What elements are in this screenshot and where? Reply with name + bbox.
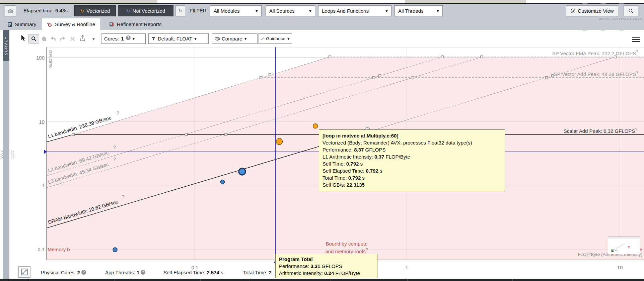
snapshot-button[interactable] [5,5,16,16]
refinement-reports-icon [109,22,114,27]
cores-help-icon[interactable]: ? [126,35,131,40]
l3-help-icon[interactable]: ? [113,157,116,162]
help-icon[interactable]: ? [636,70,638,75]
divider [512,279,513,281]
loop-tooltip-title: [loop in matvec at Multiply.c:60] [323,132,501,139]
filter-modules-dropdown[interactable]: All Modules ▼ [210,5,262,16]
vectorized-filter-button[interactable]: ↻ Vectorized [74,5,116,16]
compare-label: Compare [222,36,242,41]
divider [200,279,201,281]
tab-survey-roofline-label: Survey & Roofline [55,21,95,27]
select-cursor-tool[interactable] [21,35,26,41]
clear-loop-filter-button[interactable]: ↻ [175,5,185,16]
filter-modules-value: All Modules [214,8,240,14]
chevron-down-icon: ▼ [385,9,388,13]
memory-bound-annotation: Memory b [48,247,70,252]
elapsed-time-label: Elapsed time: 6.43s [23,8,68,13]
export-icon[interactable] [80,35,86,41]
program-total-title: Program Total [279,256,374,263]
guidance-label: Guidance [266,36,285,41]
survey-side-rail [3,30,9,279]
chevron-down-icon: ▼ [133,37,135,40]
cancel-icon[interactable] [70,37,75,41]
physical-cores-status: Physical Cores: 2 ? [41,270,86,276]
roofline-point-loop[interactable] [221,180,225,184]
loop-tooltip-row: Total Time: 0.792 s [323,174,501,181]
customize-view-label: Customize View [578,8,614,14]
chart-menu-hamburger-icon[interactable] [632,37,640,42]
loop-tooltip-row: Self Time: 0.792 s [323,160,501,167]
redo-icon[interactable] [60,36,66,41]
tab-summary-label: Summary [15,21,36,27]
survey-rail-label: SURVEY [4,36,8,55]
guidance-wand-icon [261,36,264,41]
minimap-thumbnail [608,237,640,254]
chevron-down-icon: ▼ [194,37,197,40]
pan-hand-tool[interactable] [42,35,47,41]
cores-dropdown[interactable]: Cores: 1 ? ▼ [101,33,146,44]
tab-summary[interactable]: Summary [3,18,41,30]
y-tick-01: 0.1 [33,247,45,252]
not-vectorized-filter-button[interactable]: ↻ Not Vectorized [118,5,173,16]
roofline-point-selected-loop[interactable] [239,168,245,175]
l2-help-icon[interactable]: ? [113,145,116,150]
program-total-tooltip: Program Total Performance: 3.31 GFLOPS A… [275,254,377,278]
program-total-row: Performance: 3.31 GFLOPS [279,263,374,270]
tab-survey-roofline[interactable]: Survey & Roofline [42,18,100,30]
compare-scales-icon [215,36,220,41]
not-vectorized-loop-icon: ↻ [126,8,130,14]
help-icon[interactable]: ? [81,270,86,275]
dram-help-icon[interactable]: ? [122,194,125,199]
help-icon[interactable]: ? [635,127,637,132]
chart-splitter-grip[interactable] [11,150,14,160]
sp-vector-fma-peak-label: SP Vector FMA Peak: 102.2 GFLOPS? [498,50,638,56]
minimap[interactable] [608,237,640,254]
loop-tooltip: [loop in matvec at Multiply.c:60] Vector… [319,129,505,191]
roofline-point-loop[interactable] [276,138,282,145]
filter-scope-value: Loops And Functions [322,8,369,14]
filter-scope-dropdown[interactable]: Loops And Functions ▼ [318,5,391,16]
loop-tooltip-row: Self GB/s: 22.3135 [323,181,501,188]
divider [330,279,331,281]
program-total-row: Arithmetic Intensity: 0.24 FLOP/Byte [279,270,374,277]
tab-refinement-reports[interactable]: Refinement Reports [104,18,166,30]
cores-value: 1 [121,36,124,41]
zoom-magnifier-icon [31,36,37,41]
zoom-tool[interactable] [28,34,39,43]
divider [249,279,250,281]
roofline-point-loop[interactable] [113,248,117,252]
survey-rail-tab[interactable]: SURVEY [3,30,9,61]
loop-icon: ↻ [178,8,182,13]
chevron-down-icon: ▼ [256,9,258,13]
total-time-status: Total Time: 2 [243,270,272,275]
export-chevron-down-icon[interactable]: ▼ [92,37,95,41]
loop-tooltip-row: Performance: 8.37 GFLOPS [323,146,501,153]
l1-help-icon[interactable]: ? [117,110,119,116]
roofline-variant-dropdown[interactable]: Default: FLOAT ▼ [148,33,209,44]
undo-icon[interactable] [50,36,56,41]
y-axis-label: GFLOPS [48,50,53,68]
compare-dropdown[interactable]: Compare ▼ [212,33,258,44]
help-icon[interactable]: ? [636,50,638,54]
search-button[interactable] [624,5,638,16]
y-tick-1: 1 [33,182,45,188]
roofline-point-loop-hovered[interactable] [313,124,318,128]
intel-advisor-window: Elapsed time: 6.43s ↻ Vectorized ↻ Not V… [0,0,644,281]
guidance-dropdown[interactable]: Guidance ▼ [259,33,292,44]
survey-grid-header-strip [0,279,644,281]
self-elapsed-status: Self Elapsed Time: 2.574 s [163,270,223,275]
pane-splitter-grip[interactable] [0,149,3,159]
filter-label: FILTER: [190,8,208,13]
y-tick-100: 100 [33,55,45,61]
help-icon[interactable]: ? [366,248,368,252]
vectorized-label: Vectorized [86,8,110,14]
filter-sources-value: All Sources [269,8,295,14]
customize-view-button[interactable]: Customize View [566,5,618,16]
gear-icon [570,8,575,13]
divider [407,279,408,281]
help-icon[interactable]: ? [141,270,145,275]
filter-sources-dropdown[interactable]: All Sources ▼ [266,5,315,16]
loop-tooltip-row: Self Elapsed Time: 0.792 s [323,167,501,174]
y-tick-10: 10 [33,119,45,125]
filter-threads-dropdown[interactable]: All Threads ▼ [395,5,443,16]
